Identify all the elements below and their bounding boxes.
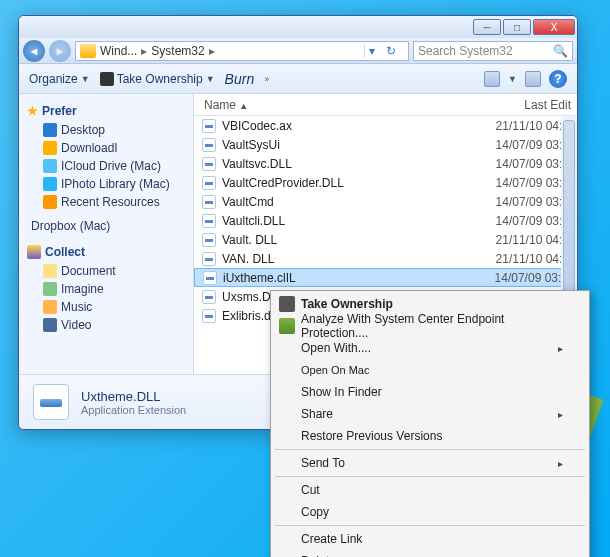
file-icon: [202, 233, 216, 247]
file-row[interactable]: VaultSysUi14/07/09 03:3: [194, 135, 577, 154]
sidebar-group-prefer[interactable]: ★Prefer: [27, 104, 185, 118]
ctx-send-to[interactable]: Send To▸: [273, 452, 587, 474]
search-input[interactable]: Search System32 🔍: [413, 41, 573, 61]
file-date: 14/07/09 03:3: [459, 195, 569, 209]
sidebar-item-video[interactable]: Video: [27, 316, 185, 334]
file-row[interactable]: VaultCmd14/07/09 03:3: [194, 192, 577, 211]
ctx-restore[interactable]: Restore Previous Versions: [273, 425, 587, 447]
sidebar-item-imagine[interactable]: Imagine: [27, 280, 185, 298]
chevron-icon: ▸: [209, 44, 215, 58]
path-segment[interactable]: System32: [151, 44, 204, 58]
file-name: VBICodec.ax: [222, 119, 459, 133]
file-name: Vaultsvc.DLL: [222, 157, 459, 171]
sidebar-item-download[interactable]: DownloadI: [27, 139, 185, 157]
preview-pane-button[interactable]: [525, 71, 541, 87]
file-icon: [202, 138, 216, 152]
file-icon: [202, 119, 216, 133]
separator: [275, 476, 585, 477]
shield-icon: [279, 296, 295, 312]
star-icon: ★: [27, 104, 38, 118]
file-icon: [202, 157, 216, 171]
ctx-share[interactable]: Share▸: [273, 403, 587, 425]
file-icon: [202, 176, 216, 190]
file-date: 21/11/10 04:2: [459, 233, 569, 247]
security-icon: [279, 318, 295, 334]
ctx-cut[interactable]: Cut: [273, 479, 587, 501]
sidebar-item-desktop[interactable]: Desktop: [27, 121, 185, 139]
column-date[interactable]: Last Edit: [457, 94, 577, 115]
minimize-button[interactable]: ─: [473, 19, 501, 35]
file-icon: [202, 195, 216, 209]
file-date: 21/11/10 04:2: [459, 119, 569, 133]
sidebar: ★Prefer Desktop DownloadI ICloud Drive (…: [19, 94, 194, 374]
ctx-copy[interactable]: Copy: [273, 501, 587, 523]
burn-button[interactable]: Burn: [225, 71, 255, 87]
file-icon: [203, 271, 217, 285]
sidebar-item-iphoto[interactable]: IPhoto Library (Mac): [27, 175, 185, 193]
ctx-delete[interactable]: Delete: [273, 550, 587, 557]
forward-button[interactable]: ►: [49, 40, 71, 62]
search-placeholder: Search System32: [418, 44, 513, 58]
chevron-icon: ▸: [141, 44, 147, 58]
separator: [275, 525, 585, 526]
file-date: 14/07/09 03:4: [459, 176, 569, 190]
folder-icon: [80, 44, 96, 58]
sidebar-item-document[interactable]: Document: [27, 262, 185, 280]
file-date: 14/07/09 03:4: [459, 157, 569, 171]
dropdown-icon[interactable]: ▾: [364, 44, 382, 58]
context-menu: Take Ownership Analyze With System Cente…: [270, 290, 590, 557]
file-name: iUxtheme.clIL: [223, 271, 458, 285]
file-row[interactable]: VBICodec.ax21/11/10 04:2: [194, 116, 577, 135]
search-icon: 🔍: [553, 44, 568, 58]
file-row[interactable]: Vaultsvc.DLL14/07/09 03:4: [194, 154, 577, 173]
separator: [275, 449, 585, 450]
back-button[interactable]: ◄: [23, 40, 45, 62]
navbar: ◄ ► Wind... ▸ System32 ▸ ▾ ↻ Search Syst…: [19, 38, 577, 64]
file-date: 14/07/09 03:4: [459, 214, 569, 228]
sidebar-item-dropbox[interactable]: Dropbox (Mac): [27, 217, 185, 235]
organize-button[interactable]: Organize▼: [29, 72, 90, 86]
details-filename: Uxtheme.DLL: [81, 389, 186, 404]
file-row[interactable]: Vaultcli.DLL14/07/09 03:4: [194, 211, 577, 230]
file-name: VaultCredProvider.DLL: [222, 176, 459, 190]
column-headers: Name ▲ Last Edit: [194, 94, 577, 116]
library-icon: [27, 245, 41, 259]
close-button[interactable]: X: [533, 19, 575, 35]
refresh-button[interactable]: ↻: [386, 44, 404, 58]
titlebar: ─ □ X: [19, 16, 577, 38]
sidebar-item-icloud[interactable]: ICloud Drive (Mac): [27, 157, 185, 175]
file-type-icon: [33, 384, 69, 420]
file-icon: [202, 252, 216, 266]
file-date: 14/07/09 03:4: [458, 271, 568, 285]
take-ownership-button[interactable]: Take Ownership▼: [100, 72, 215, 86]
toolbar: Organize▼ Take Ownership▼ Burn » ▼ ?: [19, 64, 577, 94]
ctx-analyze[interactable]: Analyze With System Center Endpoint Prot…: [273, 315, 587, 337]
file-row[interactable]: Vault. DLL21/11/10 04:2: [194, 230, 577, 249]
maximize-button[interactable]: □: [503, 19, 531, 35]
file-name: VaultCmd: [222, 195, 459, 209]
details-filetype: Application Extension: [81, 404, 186, 416]
file-name: Vault. DLL: [222, 233, 459, 247]
file-icon: [202, 214, 216, 228]
column-name[interactable]: Name ▲: [194, 94, 457, 115]
file-date: 21/11/10 04:2: [459, 252, 569, 266]
path-segment[interactable]: Wind...: [100, 44, 137, 58]
file-row[interactable]: VaultCredProvider.DLL14/07/09 03:4: [194, 173, 577, 192]
file-row[interactable]: VAN. DLL21/11/10 04:2: [194, 249, 577, 268]
file-name: VaultSysUi: [222, 138, 459, 152]
sidebar-group-collect[interactable]: Collect: [27, 245, 185, 259]
file-name: Vaultcli.DLL: [222, 214, 459, 228]
view-button[interactable]: [484, 71, 500, 87]
ctx-show-finder[interactable]: Show In Finder: [273, 381, 587, 403]
ctx-open-mac[interactable]: Open On Mac: [273, 359, 587, 381]
help-button[interactable]: ?: [549, 70, 567, 88]
more-button[interactable]: »: [264, 74, 269, 84]
file-icon: [202, 309, 216, 323]
ctx-open-with[interactable]: Open With....▸: [273, 337, 587, 359]
sidebar-item-music[interactable]: Music: [27, 298, 185, 316]
sidebar-item-recent[interactable]: Recent Resources: [27, 193, 185, 211]
file-row[interactable]: iUxtheme.clIL14/07/09 03:4: [194, 268, 577, 287]
address-bar[interactable]: Wind... ▸ System32 ▸ ▾ ↻: [75, 41, 409, 61]
file-icon: [202, 290, 216, 304]
ctx-create-link[interactable]: Create Link: [273, 528, 587, 550]
